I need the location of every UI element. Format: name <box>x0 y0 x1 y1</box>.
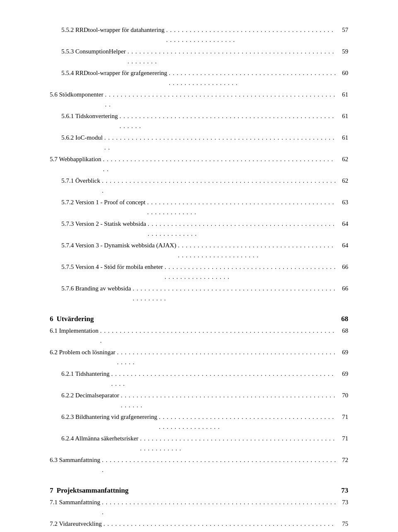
entry-page-5.7.5: 66 <box>338 262 348 272</box>
entry-dots-6.1: . . . . . . . . . . . . . . . . . . . . … <box>100 326 337 346</box>
entry-page-5.7.6: 66 <box>338 283 348 293</box>
section-6-heading: 6Utvärdering68 <box>50 315 348 323</box>
entry-page-5.6: 61 <box>338 89 348 99</box>
entry-label-6.2.1: 6.2.1 Tidshantering <box>61 369 109 379</box>
entry-dots-7.2: . . . . . . . . . . . . . . . . . . . . … <box>103 519 337 532</box>
entry-page-7.1: 73 <box>338 497 348 507</box>
entry-page-5.7.2: 63 <box>338 197 348 207</box>
section-6-entries: 6.1 Implementation . . . . . . . . . . .… <box>50 326 348 475</box>
entry-label-7.1: 7.1 Sammanfattning <box>50 497 100 507</box>
entry-dots-5.7: . . . . . . . . . . . . . . . . . . . . … <box>103 154 337 174</box>
entry-label-5.5.4: 5.5.4 RRDtool-wrapper för grafgenerering <box>61 68 167 78</box>
entry-label-6.2.3: 6.2.3 Bildhantering vid grafgenerering <box>61 412 157 422</box>
section-7-entries: 7.1 Sammanfattning . . . . . . . . . . .… <box>50 497 348 532</box>
entry-label-6.2: 6.2 Problem och lösningar <box>50 347 115 357</box>
entry-label-6.2.4: 6.2.4 Allmänna säkerhetsrisker <box>61 433 138 443</box>
entry-page-6.3: 72 <box>338 455 348 465</box>
toc-entry-5.7.3: 5.7.3 Version 2 - Statisk webbsida . . .… <box>50 219 348 239</box>
toc-entry-5.6.1: 5.6.1 Tidskonvertering . . . . . . . . .… <box>50 111 348 131</box>
toc-entry-5.7.2: 5.7.2 Version 1 - Proof of concept . . .… <box>50 197 348 217</box>
toc-page: 5.5.2 RRDtool-wrapper för datahantering … <box>50 0 348 532</box>
entry-dots-5.6.1: . . . . . . . . . . . . . . . . . . . . … <box>119 111 337 131</box>
entry-dots-5.7.3: . . . . . . . . . . . . . . . . . . . . … <box>148 219 337 239</box>
entry-label-6.2.2: 6.2.2 Decimalseparator <box>61 390 119 400</box>
toc-initial-entries: 5.5.2 RRDtool-wrapper för datahantering … <box>50 25 348 303</box>
entry-page-6.2.1: 69 <box>338 369 348 379</box>
toc-entry-7.2: 7.2 Vidareutveckling . . . . . . . . . .… <box>50 519 348 532</box>
entry-page-5.5.4: 60 <box>338 68 348 78</box>
entry-page-5.5.2: 57 <box>338 25 348 35</box>
heading-number-7: 7 <box>50 486 53 495</box>
toc-entry-7.1: 7.1 Sammanfattning . . . . . . . . . . .… <box>50 497 348 517</box>
entry-dots-5.7.1: . . . . . . . . . . . . . . . . . . . . … <box>102 176 337 196</box>
entry-label-5.7.5: 5.7.5 Version 4 - Stöd för mobila enhete… <box>61 262 163 272</box>
toc-entry-5.7.5: 5.7.5 Version 4 - Stöd för mobila enhete… <box>50 262 348 282</box>
section-heading-7: 7Projektsammanfattning73 <box>50 486 348 495</box>
entry-dots-6.2.2: . . . . . . . . . . . . . . . . . . . . … <box>121 390 337 410</box>
toc-entry-5.7: 5.7 Webbapplikation . . . . . . . . . . … <box>50 154 348 174</box>
toc-entry-6.3: 6.3 Sammanfattning . . . . . . . . . . .… <box>50 455 348 475</box>
entry-dots-6.3: . . . . . . . . . . . . . . . . . . . . … <box>102 455 337 475</box>
entry-page-5.7: 62 <box>338 154 348 164</box>
entry-label-5.7: 5.7 Webbapplikation <box>50 154 101 164</box>
toc-entry-5.7.4: 5.7.4 Version 3 - Dynamisk webbsida (AJA… <box>50 240 348 260</box>
entry-dots-5.7.2: . . . . . . . . . . . . . . . . . . . . … <box>147 197 337 217</box>
entry-dots-5.5.3: . . . . . . . . . . . . . . . . . . . . … <box>127 46 337 66</box>
entry-dots-5.6.2: . . . . . . . . . . . . . . . . . . . . … <box>104 133 337 152</box>
entry-dots-5.7.4: . . . . . . . . . . . . . . . . . . . . … <box>178 240 337 260</box>
section-heading-6: 6Utvärdering68 <box>50 315 348 323</box>
toc-entry-6.2.2: 6.2.2 Decimalseparator . . . . . . . . .… <box>50 390 348 410</box>
entry-page-6.1: 68 <box>338 326 348 336</box>
entry-page-5.6.2: 61 <box>338 133 348 143</box>
entry-label-5.7.1: 5.7.1 Överblick <box>61 176 100 186</box>
toc-entry-5.7.6: 5.7.6 Branding av webbsida . . . . . . .… <box>50 283 348 303</box>
entry-page-6.2: 69 <box>338 347 348 357</box>
entry-page-5.7.3: 64 <box>338 219 348 229</box>
entry-label-5.7.3: 5.7.3 Version 2 - Statisk webbsida <box>61 219 146 229</box>
entry-label-5.6.2: 5.6.2 IoC-modul <box>61 133 103 143</box>
entry-dots-5.5.2: . . . . . . . . . . . . . . . . . . . . … <box>166 25 337 45</box>
entry-label-5.5.2: 5.5.2 RRDtool-wrapper för datahantering <box>61 25 165 35</box>
entry-label-5.6: 5.6 Stödkomponenter <box>50 89 103 99</box>
heading-page-6: 68 <box>341 315 348 323</box>
heading-page-7: 73 <box>341 486 348 495</box>
entry-label-5.7.6: 5.7.6 Branding av webbsida <box>61 283 131 293</box>
entry-dots-6.2: . . . . . . . . . . . . . . . . . . . . … <box>117 347 337 367</box>
entry-label-5.7.2: 5.7.2 Version 1 - Proof of concept <box>61 197 146 207</box>
entry-page-5.5.3: 59 <box>338 46 348 56</box>
entry-page-5.7.4: 64 <box>338 240 348 250</box>
toc-entry-6.2.1: 6.2.1 Tidshantering . . . . . . . . . . … <box>50 369 348 389</box>
heading-number-6: 6 <box>50 315 53 323</box>
entry-dots-5.7.5: . . . . . . . . . . . . . . . . . . . . … <box>165 262 337 282</box>
entry-page-5.7.1: 62 <box>338 176 348 186</box>
entry-dots-7.1: . . . . . . . . . . . . . . . . . . . . … <box>102 497 337 517</box>
toc-entry-5.6: 5.6 Stödkomponenter . . . . . . . . . . … <box>50 89 348 109</box>
entry-label-7.2: 7.2 Vidareutveckling <box>50 519 102 529</box>
entry-label-6.3: 6.3 Sammanfattning <box>50 455 100 465</box>
entry-label-6.1: 6.1 Implementation <box>50 326 98 336</box>
toc-entry-5.6.2: 5.6.2 IoC-modul . . . . . . . . . . . . … <box>50 133 348 152</box>
heading-title-6: Utvärdering <box>57 315 342 323</box>
toc-entry-5.7.1: 5.7.1 Överblick . . . . . . . . . . . . … <box>50 176 348 196</box>
toc-entry-5.5.4: 5.5.4 RRDtool-wrapper för grafgenerering… <box>50 68 348 88</box>
toc-entry-6.2: 6.2 Problem och lösningar . . . . . . . … <box>50 347 348 367</box>
toc-entry-6.1: 6.1 Implementation . . . . . . . . . . .… <box>50 326 348 346</box>
entry-page-5.6.1: 61 <box>338 111 348 121</box>
entry-dots-6.2.4: . . . . . . . . . . . . . . . . . . . . … <box>140 433 337 453</box>
toc-entry-6.2.3: 6.2.3 Bildhantering vid grafgenerering .… <box>50 412 348 432</box>
entry-dots-5.5.4: . . . . . . . . . . . . . . . . . . . . … <box>169 68 337 88</box>
entry-label-5.6.1: 5.6.1 Tidskonvertering <box>61 111 118 121</box>
entry-page-7.2: 75 <box>338 519 348 529</box>
toc-entry-6.2.4: 6.2.4 Allmänna säkerhetsrisker . . . . .… <box>50 433 348 453</box>
entry-page-6.2.2: 70 <box>338 390 348 400</box>
entry-page-6.2.3: 71 <box>338 412 348 422</box>
entry-dots-5.6: . . . . . . . . . . . . . . . . . . . . … <box>105 89 337 109</box>
entry-dots-5.7.6: . . . . . . . . . . . . . . . . . . . . … <box>133 283 337 303</box>
entry-label-5.5.3: 5.5.3 ConsumptionHelper <box>61 46 126 56</box>
entry-label-5.7.4: 5.7.4 Version 3 - Dynamisk webbsida (AJA… <box>61 240 176 250</box>
entry-page-6.2.4: 71 <box>338 433 348 443</box>
section-7-heading: 7Projektsammanfattning73 <box>50 486 348 495</box>
heading-title-7: Projektsammanfattning <box>57 486 342 495</box>
entry-dots-6.2.3: . . . . . . . . . . . . . . . . . . . . … <box>159 412 337 432</box>
toc-entry-5.5.2: 5.5.2 RRDtool-wrapper för datahantering … <box>50 25 348 45</box>
